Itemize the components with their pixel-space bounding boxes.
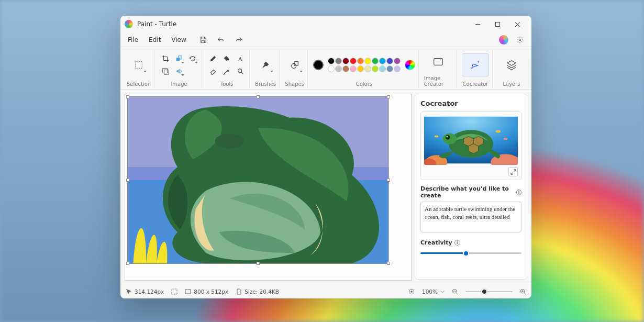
resize-handle[interactable]: [257, 262, 260, 265]
menu-edit[interactable]: Edit: [143, 34, 166, 46]
save-button[interactable]: [197, 34, 209, 46]
group-layers: Layers: [495, 50, 528, 88]
color-swatch[interactable]: [350, 65, 357, 72]
undo-button[interactable]: [215, 34, 227, 46]
group-label: Tools: [220, 81, 234, 87]
group-label: Selection: [127, 81, 151, 87]
cursor-position: 314,124px: [126, 288, 164, 295]
menu-view[interactable]: View: [166, 34, 191, 46]
resize-handle[interactable]: [257, 95, 260, 98]
color-swatch[interactable]: [357, 65, 364, 72]
color-swatch[interactable]: [386, 58, 393, 64]
title-bar[interactable]: Paint - Turtle: [120, 16, 531, 32]
paint-app-icon: [125, 20, 133, 28]
color-swatch[interactable]: [342, 58, 349, 64]
group-tools: A Tools: [204, 50, 250, 88]
group-label: Image Creator: [424, 75, 453, 87]
zoom-in-button[interactable]: [520, 288, 526, 295]
group-label: Brushes: [255, 81, 276, 87]
info-icon[interactable]: i: [454, 240, 460, 246]
color-swatch[interactable]: [357, 58, 364, 64]
resize-handle[interactable]: [387, 262, 390, 265]
svg-point-24: [496, 130, 501, 133]
describe-label: Describe what you'd like to create: [420, 185, 514, 199]
color-swatch[interactable]: [364, 58, 371, 64]
creativity-slider[interactable]: [420, 249, 521, 258]
cocreator-panel: Cocreator: [415, 94, 527, 280]
color-swatch[interactable]: [394, 58, 401, 64]
shapes-tool[interactable]: [286, 57, 303, 73]
resize-handle[interactable]: [387, 179, 390, 182]
color-swatch[interactable]: [372, 58, 379, 64]
color-swatch[interactable]: [335, 65, 342, 72]
autosave-icon[interactable]: [408, 288, 415, 295]
group-label: Image: [171, 81, 187, 87]
svg-line-42: [524, 293, 526, 294]
close-button[interactable]: [507, 16, 527, 32]
resize-tool[interactable]: [173, 53, 185, 64]
color-swatch[interactable]: [364, 65, 371, 72]
pencil-tool[interactable]: [207, 53, 219, 64]
brush-tool[interactable]: [257, 57, 274, 73]
text-tool[interactable]: A: [235, 53, 246, 64]
menu-file[interactable]: File: [123, 34, 143, 46]
zoom-tool[interactable]: [235, 66, 246, 76]
svg-point-26: [435, 136, 439, 138]
canvas-drawing: [128, 97, 388, 263]
layers-button[interactable]: [498, 53, 525, 76]
color-primary[interactable]: [313, 60, 324, 70]
svg-point-25: [504, 138, 508, 140]
picker-tool[interactable]: [221, 66, 232, 76]
color-swatch[interactable]: [328, 65, 335, 72]
canvas-viewport[interactable]: [125, 94, 412, 281]
color-swatch[interactable]: [328, 58, 335, 64]
rotate-tool[interactable]: [187, 53, 198, 64]
canvas-size: 800 x 512px: [185, 288, 228, 295]
canvas[interactable]: [127, 96, 389, 264]
color-swatch[interactable]: [342, 65, 349, 72]
prompt-input[interactable]: [420, 202, 521, 232]
svg-point-37: [410, 291, 412, 292]
expand-preview-button[interactable]: [508, 167, 518, 176]
color-swatch[interactable]: [379, 58, 386, 64]
group-selection: Selection: [124, 50, 154, 88]
resize-handle[interactable]: [126, 179, 129, 182]
svg-point-11: [238, 69, 242, 72]
crop-tool[interactable]: [160, 53, 171, 64]
svg-point-13: [291, 63, 296, 68]
minimize-button[interactable]: [468, 16, 487, 32]
flip-tool[interactable]: [173, 66, 185, 76]
maximize-button[interactable]: [487, 16, 507, 32]
zoom-slider[interactable]: [465, 288, 513, 295]
svg-text:A: A: [238, 55, 243, 62]
select-tool[interactable]: [130, 57, 147, 73]
image-creator-button[interactable]: [425, 50, 452, 73]
group-label: Shapes: [285, 81, 304, 87]
settings-button[interactable]: [514, 34, 526, 46]
color-swatch[interactable]: [350, 58, 357, 64]
color-swatch[interactable]: [335, 58, 342, 64]
svg-point-32: [446, 135, 450, 139]
cocreator-preview-image[interactable]: [424, 115, 518, 165]
copilot-icon[interactable]: [499, 35, 508, 45]
svg-line-39: [456, 293, 458, 294]
file-size: Size: 20.4KB: [236, 288, 279, 295]
info-icon[interactable]: i: [516, 190, 521, 195]
resize-handle[interactable]: [126, 95, 129, 98]
color-swatch[interactable]: [386, 65, 393, 72]
svg-line-12: [241, 72, 243, 74]
layers-icon[interactable]: [160, 66, 171, 76]
color-swatch[interactable]: [394, 65, 401, 72]
resize-handle[interactable]: [126, 262, 129, 265]
fill-tool[interactable]: [221, 53, 232, 64]
color-swatch[interactable]: [379, 65, 386, 72]
resize-handle[interactable]: [387, 95, 390, 98]
group-cocreator: Cocreator: [459, 50, 493, 88]
zoom-out-button[interactable]: [452, 288, 458, 295]
color-swatch[interactable]: [372, 65, 379, 72]
cocreator-button[interactable]: [462, 53, 489, 76]
cocreator-title: Cocreator: [420, 99, 521, 107]
redo-button[interactable]: [232, 34, 245, 46]
eraser-tool[interactable]: [207, 66, 219, 76]
edit-colors-button[interactable]: [405, 60, 415, 70]
